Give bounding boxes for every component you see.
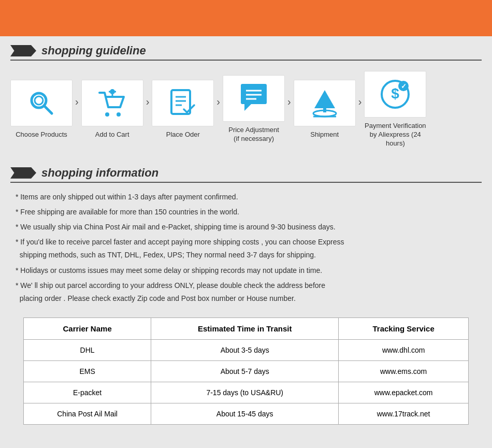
tracking-ems: www.ems.com — [339, 361, 469, 382]
tracking-china-post: www.17track.net — [339, 403, 469, 425]
svg-rect-8 — [171, 90, 190, 114]
step-shipment-box — [294, 80, 356, 126]
information-header-icon — [10, 167, 36, 179]
tracking-dhl: www.dhl.com — [339, 340, 469, 361]
guideline-header-icon — [10, 45, 36, 56]
svg-text:$: $ — [392, 85, 400, 102]
guideline-title: shopping guideline — [41, 44, 146, 57]
step-shipment: Shipment — [294, 80, 356, 139]
carrier-china-post: China Post Ail Mail — [24, 403, 151, 425]
search-icon — [26, 88, 57, 119]
svg-point-4 — [117, 112, 121, 117]
arrow-4: › — [287, 96, 291, 123]
info-line-4: * If you'd like to receive parcel faster… — [16, 236, 476, 262]
carrier-dhl: DHL — [24, 340, 151, 361]
guideline-header: shopping guideline — [10, 44, 482, 61]
svg-text:✓: ✓ — [401, 82, 407, 90]
arrow-2: › — [146, 96, 150, 123]
time-china-post: About 15-45 days — [151, 403, 339, 425]
svg-point-1 — [35, 96, 43, 105]
order-icon — [167, 88, 198, 119]
step-choose-products-label: Choose Products — [16, 131, 67, 139]
arrow-3: › — [216, 96, 220, 123]
step-place-order: Place Oder — [152, 80, 214, 139]
step-payment-verification-box: $ ✓ — [364, 71, 426, 118]
carrier-epacket: E-packet — [24, 382, 151, 403]
step-add-to-cart-box — [81, 80, 143, 126]
info-line-1: * Items are only shipped out within 1-3 … — [16, 191, 476, 204]
table-row: EMS About 5-7 days www.ems.com — [24, 361, 469, 382]
payment-icon: $ ✓ — [380, 79, 411, 110]
table-row: China Post Ail Mail About 15-45 days www… — [24, 403, 469, 425]
time-dhl: About 3-5 days — [151, 340, 339, 361]
ship-icon — [309, 88, 340, 119]
col-estimated-time: Estimated Time in Transit — [151, 318, 339, 340]
shipping-table: Carrier Name Estimated Time in Transit T… — [23, 317, 469, 425]
arrow-1: › — [75, 96, 79, 123]
info-line-2: * Free shipping are available for more t… — [16, 206, 476, 219]
step-choose-products: Choose Products — [10, 80, 73, 139]
step-add-to-cart-label: Add to Cart — [95, 131, 129, 139]
step-shipment-label: Shipment — [310, 131, 339, 139]
info-line-6: * We' ll ship out parcel according to yo… — [16, 279, 476, 305]
cart-icon — [97, 88, 128, 119]
col-tracking-service: Tracking Service — [339, 318, 469, 340]
time-ems: About 5-7 days — [151, 361, 339, 382]
info-text: * Items are only shipped out within 1-3 … — [16, 191, 476, 306]
time-epacket: 7-15 days (to USA&RU) — [151, 382, 339, 403]
info-line-3: * We usually ship via China Post Air mai… — [16, 221, 476, 234]
step-payment-verification: $ ✓ Payment Verificationby Aliexpress (2… — [364, 71, 426, 148]
table-row: DHL About 3-5 days www.dhl.com — [24, 340, 469, 361]
information-title: shopping information — [41, 166, 158, 180]
info-line-5: * Holidays or customs issues may meet so… — [16, 264, 476, 277]
table-header-row: Carrier Name Estimated Time in Transit T… — [24, 318, 469, 340]
orange-banner — [0, 0, 492, 36]
carrier-ems: EMS — [24, 361, 151, 382]
svg-line-2 — [44, 106, 52, 113]
guideline-header-bar: shopping guideline — [10, 44, 482, 61]
step-payment-verification-label: Payment Verificationby Aliexpress (24 ho… — [364, 122, 426, 148]
step-place-order-box — [152, 80, 214, 126]
info-section: * Items are only shipped out within 1-3 … — [10, 188, 482, 310]
svg-marker-15 — [314, 90, 335, 108]
step-price-adjustment-label: Price Adjustment(if necessary) — [228, 126, 279, 143]
steps-container: Choose Products › Add to Cart › — [10, 66, 482, 158]
table-row: E-packet 7-15 days (to USA&RU) www.epack… — [24, 382, 469, 403]
information-header-bar: shopping information — [10, 166, 482, 183]
information-header: shopping information — [10, 166, 482, 183]
step-price-adjustment-box — [223, 75, 285, 122]
content-area: shopping guideline Choose Products › — [0, 44, 492, 443]
chat-icon — [238, 83, 269, 114]
col-carrier-name: Carrier Name — [24, 318, 151, 340]
tracking-epacket: www.epacket.com — [339, 382, 469, 403]
step-choose-products-box — [10, 80, 73, 126]
svg-point-3 — [105, 112, 109, 117]
arrow-5: › — [358, 96, 362, 123]
step-add-to-cart: Add to Cart — [81, 80, 143, 139]
step-price-adjustment: Price Adjustment(if necessary) — [223, 75, 285, 143]
step-place-order-label: Place Oder — [166, 131, 200, 139]
